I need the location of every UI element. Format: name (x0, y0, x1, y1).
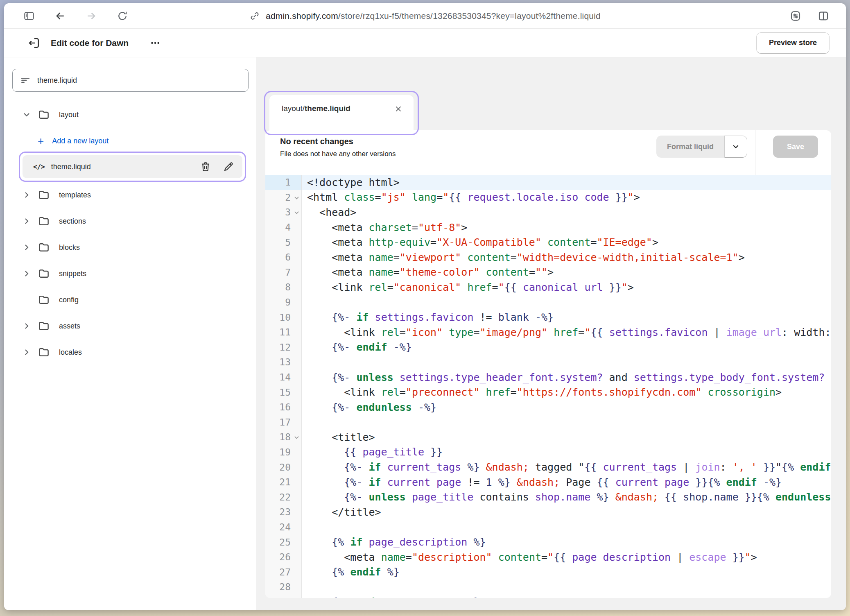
code-line-7[interactable]: 7 <meta name="theme-color" content=""> (265, 265, 831, 280)
code-line-8[interactable]: 8 <link rel="canonical" href="{{ canonic… (265, 280, 831, 295)
code-text (302, 295, 831, 310)
address-bar[interactable]: admin.shopify.com/store/rzq1xu-f5/themes… (249, 11, 601, 21)
code-line-9[interactable]: 9 (265, 295, 831, 310)
code-line-12[interactable]: 12 {%- endif -%} (265, 340, 831, 355)
code-text (302, 580, 831, 595)
code-text: {% endif %} (302, 564, 831, 580)
code-line-1[interactable]: 1<!doctype html> (265, 175, 831, 190)
code-line-29[interactable]: 29 {% render 'meta-tags' %} (265, 595, 831, 598)
folder-icon (38, 109, 50, 121)
sidebar-item-assets[interactable]: assets (12, 316, 249, 336)
chevron-right-icon[interactable] (21, 322, 32, 330)
line-number: 8 (265, 280, 302, 295)
more-menu-icon[interactable] (148, 36, 162, 50)
chevron-right-icon[interactable] (21, 217, 32, 225)
reload-icon[interactable] (115, 9, 129, 23)
code-line-16[interactable]: 16 {%- endunless -%} (265, 400, 831, 415)
sidebar-item-config[interactable]: config (12, 290, 249, 310)
code-line-2[interactable]: 2<html class="js" lang="{{ request.local… (265, 190, 831, 205)
file-search[interactable] (12, 69, 249, 92)
chevron-right-icon[interactable] (21, 270, 32, 278)
code-line-3[interactable]: 3 <head> (265, 205, 831, 220)
save-button[interactable]: Save (773, 136, 818, 158)
fold-toggle-icon[interactable] (294, 210, 300, 216)
browser-settings-icon[interactable] (789, 9, 803, 23)
line-number: 7 (265, 265, 302, 280)
line-number: 17 (265, 415, 302, 430)
code-line-11[interactable]: 11 <link rel="icon" type="image/png" hre… (265, 325, 831, 340)
add-new-layout-button[interactable]: +Add a new layout (12, 131, 249, 151)
code-line-27[interactable]: 27 {% endif %} (265, 564, 831, 580)
code-line-15[interactable]: 15 <link rel="preconnect" href="https://… (265, 385, 831, 400)
code-text (302, 415, 831, 430)
code-line-6[interactable]: 6 <meta name="viewport" content="width=d… (265, 250, 831, 265)
chevron-right-icon[interactable] (21, 243, 32, 251)
sidebar-item-templates[interactable]: templates (12, 185, 249, 205)
fold-toggle-icon[interactable] (294, 195, 300, 201)
line-number: 1 (265, 175, 302, 190)
sidebar-item-snippets[interactable]: snippets (12, 264, 249, 283)
page-title: Edit code for Dawn (51, 38, 129, 48)
code-line-17[interactable]: 17 (265, 415, 831, 430)
chevron-right-icon[interactable] (21, 348, 32, 356)
code-line-20[interactable]: 20 {%- if current_tags %} &ndash; tagged… (265, 460, 831, 475)
code-text: <meta name="description" content="{{ pag… (302, 550, 831, 565)
exit-editor-icon[interactable] (27, 36, 41, 50)
split-view-icon[interactable] (816, 9, 830, 23)
sidebar-item-layout[interactable]: layout (12, 105, 249, 125)
preview-store-button[interactable]: Preview store (756, 32, 830, 54)
code-line-18[interactable]: 18 <title> (265, 430, 831, 445)
line-number: 5 (265, 235, 302, 250)
status-subtitle: File does not have any other versions (280, 150, 831, 158)
code-line-26[interactable]: 26 <meta name="description" content="{{ … (265, 550, 831, 565)
code-file-icon: </> (33, 163, 45, 171)
code-line-14[interactable]: 14 {%- unless settings.type_header_font.… (265, 370, 831, 385)
sidebar-toggle-icon[interactable] (22, 9, 36, 23)
code-text: {%- if settings.favicon != blank -%} (302, 310, 831, 325)
fold-toggle-icon[interactable] (294, 435, 300, 441)
line-number: 21 (265, 475, 302, 490)
sidebar-item-sections[interactable]: sections (12, 211, 249, 231)
forward-icon[interactable] (84, 9, 98, 23)
code-line-22[interactable]: 22 {%- unless page_title contains shop.n… (265, 489, 831, 505)
code-text: <meta name="viewport" content="width=dev… (302, 250, 831, 265)
line-number: 13 (265, 355, 302, 370)
back-icon[interactable] (53, 9, 67, 23)
format-liquid-button[interactable]: Format liquid (656, 136, 747, 158)
delete-file-icon[interactable] (200, 161, 211, 172)
code-text: <!doctype html> (302, 175, 831, 190)
app-header: Edit code for Dawn Preview store (4, 29, 846, 57)
code-line-25[interactable]: 25 {% if page_description %} (265, 534, 831, 550)
line-number: 18 (265, 430, 302, 445)
line-number: 23 (265, 505, 302, 520)
search-input[interactable] (37, 76, 241, 85)
chevron-down-icon[interactable] (21, 111, 32, 119)
sidebar-item-blocks[interactable]: blocks (12, 238, 249, 257)
code-text: <link rel="preconnect" href="https://fon… (302, 385, 831, 400)
code-line-19[interactable]: 19 {{ page_title }} (265, 445, 831, 460)
chevron-right-icon[interactable] (21, 191, 32, 199)
code-text: <link rel="icon" type="image/png" href="… (302, 325, 831, 340)
code-text: {%- endunless -%} (302, 400, 831, 415)
sidebar-item-locales[interactable]: locales (12, 342, 249, 362)
code-editor[interactable]: 1<!doctype html>2<html class="js" lang="… (265, 175, 831, 598)
line-number: 25 (265, 534, 302, 550)
selected-file-highlight: </>theme.liquid (19, 152, 246, 182)
code-line-23[interactable]: 23 </title> (265, 505, 831, 520)
code-line-10[interactable]: 10 {%- if settings.favicon != blank -%} (265, 310, 831, 325)
status-title: No recent changes (280, 137, 831, 146)
filter-icon (20, 75, 31, 86)
chevron-down-icon[interactable] (724, 136, 747, 158)
code-line-13[interactable]: 13 (265, 355, 831, 370)
code-line-21[interactable]: 21 {%- if current_page != 1 %} &ndash; P… (265, 475, 831, 490)
code-line-4[interactable]: 4 <meta charset="utf-8"> (265, 220, 831, 235)
rename-file-icon[interactable] (223, 161, 234, 172)
line-number: 6 (265, 250, 302, 265)
code-line-5[interactable]: 5 <meta http-equiv="X-UA-Compatible" con… (265, 235, 831, 250)
sidebar-item-theme.liquid[interactable]: </>theme.liquid (23, 155, 242, 178)
code-line-28[interactable]: 28 (265, 580, 831, 595)
line-number: 22 (265, 489, 302, 505)
code-line-24[interactable]: 24 (265, 520, 831, 535)
line-number: 10 (265, 310, 302, 325)
active-tab-highlight (264, 91, 419, 135)
